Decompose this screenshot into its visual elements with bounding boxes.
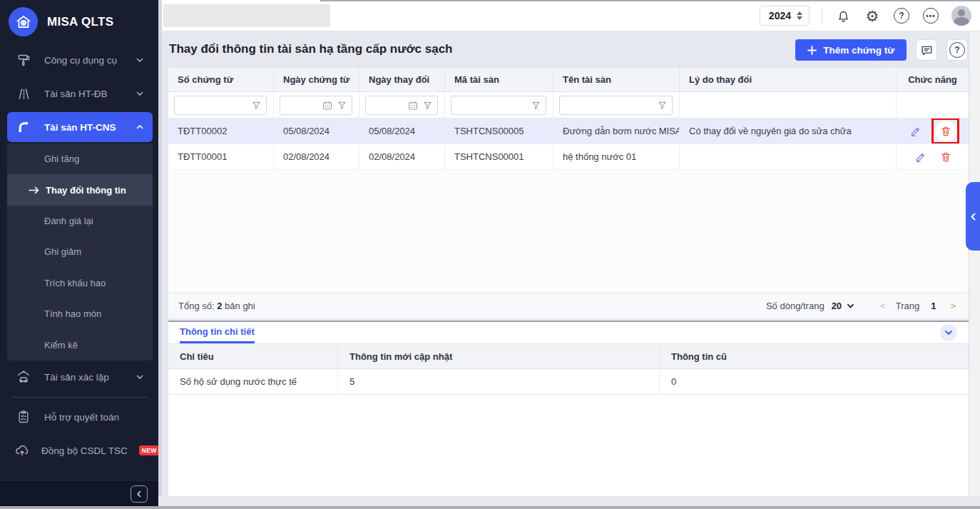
column-header[interactable]: Số chứng từ (168, 68, 274, 92)
settings-gear-icon[interactable]: ⚙ (864, 7, 881, 24)
column-header[interactable]: Tên tài sản (553, 68, 680, 92)
column-header[interactable]: Chức năng (897, 68, 969, 92)
topbar-divider (822, 9, 822, 23)
detail-column-header: Thông tin cũ (660, 343, 969, 369)
subitem-label: Tính hao mòn (44, 308, 101, 319)
sidebar-item-label: Tài sản xác lập (44, 372, 124, 383)
sidebar-collapse-button[interactable] (131, 485, 148, 503)
filter-change-date-input[interactable] (365, 96, 438, 115)
plus-icon (807, 46, 817, 55)
detail-column-header: Thông tin mới cập nhật (338, 343, 660, 369)
filter-doc-no-input[interactable] (174, 96, 267, 115)
cloud-sync-icon (14, 443, 30, 458)
filter-cell (680, 92, 897, 119)
detail-row[interactable]: Số hộ sử dụng nước thực tế 5 0 (168, 369, 969, 395)
help-circle-icon[interactable]: ? (893, 7, 910, 24)
column-header[interactable]: Ngày chứng từ (274, 68, 359, 92)
chevron-up-icon (136, 123, 144, 131)
chevron-left-icon (970, 213, 976, 221)
sidebar-item-ho-tro-quyet-toan[interactable]: Hỗ trợ quyết toán (7, 402, 153, 432)
bottom-scroll-strip (158, 496, 980, 506)
page-actions: Thêm chứng từ ? (795, 39, 968, 61)
column-header[interactable]: Lý do thay đổi (680, 68, 897, 92)
column-header[interactable]: Mã tài sản (445, 68, 553, 92)
cell-actions (897, 144, 969, 170)
filter-asset-name-input[interactable] (559, 96, 673, 115)
sidebar-item-cong-cu-dung-cu[interactable]: Công cụ dụng cụ (7, 45, 153, 75)
sidebar-subitem-danh-gia-lai[interactable]: Đánh giá lại (7, 206, 153, 236)
edit-button[interactable] (914, 151, 927, 163)
sidebar-item-label: Công cụ dụng cụ (44, 55, 124, 66)
vertical-scrollbar[interactable] (969, 31, 980, 506)
table-row[interactable]: TĐTT00002 05/08/2024 05/08/2024 TSHTCNS0… (168, 119, 969, 144)
sidebar-subitem-ghi-giam[interactable]: Ghi giảm (7, 236, 153, 267)
column-header[interactable]: Ngày thay đổi (359, 68, 445, 92)
calendar-icon[interactable] (408, 101, 418, 111)
cell-asset-name: hệ thống nước 01 (553, 144, 680, 170)
filter-funnel-icon[interactable] (337, 101, 347, 110)
detail-header-row: Chỉ tiêu Thông tin mới cập nhật Thông ti… (168, 343, 969, 369)
sidebar-subitem-kiem-ke[interactable]: Kiểm kê (7, 330, 153, 361)
detail-cell-new-value: 5 (338, 369, 660, 395)
delete-button[interactable] (940, 151, 951, 163)
add-document-button[interactable]: Thêm chứng từ (795, 39, 907, 61)
sidebar-subitem-ghi-tang[interactable]: Ghi tăng (7, 143, 153, 174)
table-row[interactable]: TĐTT00001 02/08/2024 02/08/2024 TSHTCNS0… (168, 144, 969, 170)
table-header-row: Số chứng từ Ngày chứng từ Ngày thay đổi … (168, 68, 969, 92)
tab-thong-tin-chi-tiet[interactable]: Thông tin chi tiết (180, 326, 255, 343)
per-page-label: Số dòng/trang (766, 301, 825, 311)
filter-cell (274, 92, 359, 119)
filter-cell (553, 92, 680, 119)
sidebar-item-tai-san-ht-cns[interactable]: Tài sản HT-CNS (7, 112, 153, 142)
chevron-down-icon (136, 56, 144, 64)
filter-asset-code-input[interactable] (451, 96, 546, 115)
filter-funnel-icon[interactable] (531, 101, 541, 110)
sidebar-subitem-thay-doi-thong-tin[interactable]: Thay đổi thông tin (7, 174, 153, 205)
highlighted-delete-area (935, 121, 956, 142)
cell-reason (680, 144, 897, 170)
sidebar-subitem-trich-khau-hao[interactable]: Trích khấu hao (7, 268, 153, 298)
chat-bubble-icon (920, 44, 934, 57)
per-page-select[interactable]: 20 (832, 301, 854, 311)
water-pipe-icon (14, 120, 33, 135)
org-name-redacted (163, 4, 330, 27)
filter-funnel-icon[interactable] (658, 101, 667, 110)
filter-funnel-icon[interactable] (252, 101, 261, 110)
filter-cell (168, 92, 274, 119)
page-help-button[interactable]: ? (946, 39, 968, 61)
cell-doc-date: 02/08/2024 (274, 144, 359, 170)
edit-button[interactable] (909, 125, 922, 137)
notifications-bell-icon[interactable] (834, 7, 852, 24)
user-avatar[interactable] (951, 6, 971, 26)
sidebar-item-label: Tài sản HT-ĐB (44, 89, 124, 99)
filter-funnel-icon[interactable] (423, 101, 432, 110)
filter-doc-date-input[interactable] (280, 96, 352, 115)
detail-cell-old-value: 0 (660, 369, 969, 395)
sidebar-item-tai-san-xac-lap[interactable]: Tài sản xác lập (7, 362, 153, 392)
sidebar-item-dong-bo-csdl-tsc[interactable]: Đồng bộ CSDL TSC NEW (7, 435, 153, 465)
subitem-label: Kiểm kê (44, 340, 78, 351)
brand-title: MISA QLTS (47, 15, 113, 29)
detail-panel: Thông tin chi tiết Chỉ tiêu Thông tin mớ… (168, 322, 969, 496)
prev-page-button[interactable]: < (877, 301, 889, 311)
subitem-label: Ghi giảm (44, 246, 81, 257)
more-options-icon[interactable]: ••• (922, 7, 939, 24)
detail-collapse-button[interactable] (940, 324, 957, 341)
window-top-edge (320, 0, 980, 1)
sidebar-item-tai-san-ht-db[interactable]: Tài sản HT-ĐB (7, 79, 153, 109)
next-page-button[interactable]: > (947, 301, 959, 311)
fiscal-year-selector[interactable]: 2024 (760, 6, 810, 26)
feedback-chat-button[interactable] (916, 39, 937, 61)
arrow-right-icon (29, 186, 39, 194)
fiscal-year-value: 2024 (769, 10, 791, 21)
sidebar-subitem-tinh-hao-mon[interactable]: Tính hao mòn (7, 298, 153, 329)
calendar-icon[interactable] (322, 101, 332, 111)
year-spinner-icon[interactable] (797, 11, 802, 20)
clipboard-icon (14, 410, 33, 424)
filter-cell (445, 92, 553, 119)
subitem-label: Thay đổi thông tin (46, 185, 126, 196)
subitem-label: Trích khấu hao (44, 278, 106, 288)
side-drawer-toggle[interactable] (966, 182, 980, 251)
brand-row: MISA QLTS (9, 7, 113, 36)
sidebar-item-label: Đồng bộ CSDL TSC (41, 445, 128, 456)
